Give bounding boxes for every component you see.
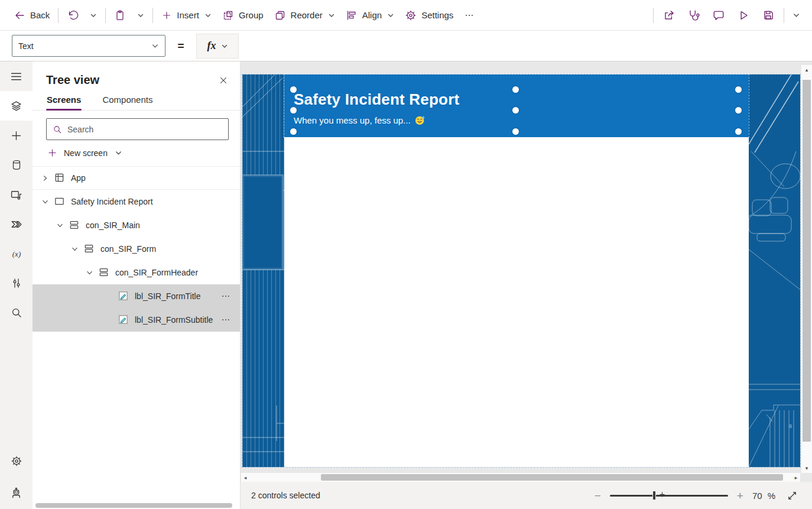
share-button[interactable]: [657, 5, 681, 26]
tree-item-container-formheader[interactable]: con_SIR_FormHeader: [33, 261, 240, 284]
selection-handle[interactable]: [735, 107, 742, 114]
zoom-in-button[interactable]: +: [737, 490, 743, 501]
tree-item-label-formtitle[interactable]: lbl_SIR_FormTitle: [33, 284, 240, 308]
chevron-down-icon[interactable]: [70, 245, 79, 253]
variables-rail-button[interactable]: (x): [0, 239, 33, 268]
insert-rail-button[interactable]: [0, 121, 33, 150]
tree-item-container-main[interactable]: con_SIR_Main: [33, 213, 240, 237]
undo-button[interactable]: [61, 5, 84, 26]
back-button[interactable]: Back: [8, 5, 55, 26]
chevron-down-icon[interactable]: [55, 222, 64, 229]
more-options-button[interactable]: [221, 315, 230, 325]
selection-handle[interactable]: [512, 128, 519, 135]
grinning-face-with-sweat-emoji-icon: [415, 115, 425, 125]
settings-button[interactable]: Settings: [399, 5, 459, 26]
more-options-button[interactable]: [221, 291, 230, 301]
zoom-slider[interactable]: [610, 490, 728, 501]
scroll-down-button[interactable]: ▾: [801, 463, 812, 473]
vertical-scrollbar-thumb[interactable]: [803, 80, 811, 442]
advanced-tools-rail-button[interactable]: [0, 268, 33, 298]
tree-view-rail-button[interactable]: [0, 91, 33, 121]
undo-menu-button[interactable]: [84, 5, 102, 26]
fx-dropdown[interactable]: fx: [196, 34, 239, 59]
top-toolbar: Back Insert Group Reorder Align Settings: [0, 0, 812, 31]
form-header-container[interactable]: Safety Incident Report When you mess up,…: [284, 74, 749, 137]
new-screen-button[interactable]: New screen: [33, 140, 240, 163]
chevron-down-icon[interactable]: [40, 198, 50, 206]
tree-item-container-form[interactable]: con_SIR_Form: [33, 237, 240, 261]
reorder-button[interactable]: Reorder: [269, 5, 340, 26]
toolbar-divider: [152, 8, 153, 23]
overflow-button[interactable]: [459, 5, 480, 26]
horizontal-scrollbar-thumb[interactable]: [321, 474, 783, 481]
form-body[interactable]: [284, 137, 749, 467]
group-button[interactable]: Group: [217, 5, 269, 26]
layers-icon: [10, 100, 22, 112]
selection-handle[interactable]: [512, 86, 519, 93]
tree-item-screen[interactable]: Safety Incident Report: [33, 190, 240, 213]
insert-button[interactable]: Insert: [156, 5, 217, 26]
formula-input[interactable]: [239, 31, 812, 61]
chevron-down-icon: [204, 12, 212, 19]
close-panel-button[interactable]: [219, 76, 228, 85]
zoom-slider-thumb[interactable]: [652, 491, 656, 500]
comments-button[interactable]: [706, 5, 731, 26]
selection-handle[interactable]: [512, 107, 519, 114]
zoom-slider-track[interactable]: [610, 495, 728, 497]
hamburger-icon: [10, 70, 22, 83]
tab-components[interactable]: Components: [102, 92, 153, 110]
align-button[interactable]: Align: [340, 5, 399, 26]
chevron-right-icon[interactable]: [40, 174, 50, 182]
search-icon: [11, 307, 22, 319]
panel-horizontal-scrollbar-thumb[interactable]: [35, 503, 232, 508]
save-button[interactable]: [756, 5, 781, 26]
settings-rail-button[interactable]: [0, 446, 33, 476]
tree-view-panel: Tree view Screens Components New screen …: [33, 61, 241, 509]
panel-tabs: Screens Components: [33, 92, 240, 111]
app-screen-canvas[interactable]: 9 Safety Incident Report When you mess u…: [242, 74, 800, 467]
search-input[interactable]: [67, 125, 222, 134]
vertical-scrollbar[interactable]: ▴ ▾: [801, 65, 812, 473]
tab-screens[interactable]: Screens: [46, 92, 82, 110]
search-rail-button[interactable]: [0, 298, 33, 328]
property-dropdown[interactable]: Text: [12, 35, 165, 57]
save-menu-button[interactable]: [787, 5, 805, 26]
selection-handle[interactable]: [290, 86, 297, 93]
selection-handle[interactable]: [735, 86, 742, 93]
back-arrow-icon: [14, 9, 25, 21]
form-subtitle-label[interactable]: When you mess up, fess up...: [294, 115, 425, 125]
container-icon: [83, 243, 95, 255]
fit-to-window-button[interactable]: [787, 490, 798, 501]
gear-icon: [11, 455, 22, 467]
scroll-up-button[interactable]: ▴: [801, 65, 812, 74]
virtual-agent-rail-button[interactable]: [0, 476, 33, 509]
comment-icon: [712, 9, 725, 22]
plus-icon: [10, 129, 22, 142]
paste-menu-button[interactable]: [131, 5, 150, 26]
scroll-left-button[interactable]: ◂: [241, 473, 249, 482]
media-rail-button[interactable]: [0, 180, 33, 209]
tree-item-label-formsubtitle[interactable]: lbl_SIR_FormSubtitle: [33, 308, 240, 332]
horizontal-scrollbar[interactable]: ◂ ▸: [241, 473, 800, 482]
chevron-down-icon: [221, 43, 228, 50]
variables-icon: (x): [9, 247, 24, 261]
paste-button[interactable]: [109, 5, 131, 26]
app-icon: [54, 172, 66, 184]
tree-item-app[interactable]: App: [33, 166, 240, 190]
selection-handle[interactable]: [290, 107, 297, 114]
app-checker-button[interactable]: [681, 5, 706, 26]
data-rail-button[interactable]: [0, 150, 33, 180]
menu-button[interactable]: [0, 61, 33, 91]
zoom-out-button[interactable]: −: [595, 490, 601, 501]
save-icon: [762, 9, 775, 22]
search-box[interactable]: [46, 118, 229, 140]
scroll-right-button[interactable]: ▸: [792, 473, 800, 482]
selection-handle[interactable]: [290, 128, 297, 135]
equals-sign: =: [165, 40, 196, 53]
preview-button[interactable]: [731, 5, 756, 26]
power-automate-rail-button[interactable]: [0, 209, 33, 239]
selection-handle[interactable]: [735, 128, 742, 135]
toolbar-divider: [653, 8, 654, 23]
chevron-down-icon[interactable]: [85, 269, 94, 277]
form-title-label[interactable]: Safety Incident Report: [294, 90, 459, 109]
